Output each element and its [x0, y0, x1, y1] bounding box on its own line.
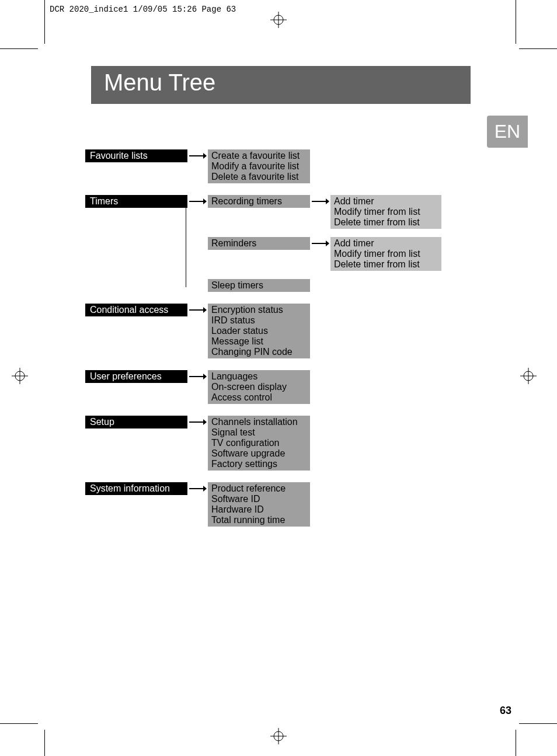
arrow-right-icon	[187, 195, 208, 205]
svg-marker-27	[203, 486, 207, 492]
menu-l2-box: Create a favourite list Modify a favouri…	[208, 149, 310, 183]
menu-section-favourite-lists: Favourite lists Create a favourite list …	[85, 149, 441, 183]
prepress-slug: DCR 2020_indice1 1/09/05 15:26 Page 63	[50, 5, 236, 14]
menu-item: Delete a favourite list	[211, 172, 310, 182]
menu-l1-label: User preferences	[85, 370, 187, 383]
language-tab: EN	[487, 116, 528, 148]
svg-marker-19	[326, 241, 329, 246]
crop-mark	[519, 48, 557, 49]
crop-mark	[516, 730, 516, 756]
crop-mark	[44, 0, 45, 44]
arrow-right-icon	[187, 482, 208, 493]
menu-item: Signal test	[211, 427, 310, 438]
menu-item: Changing PIN code	[211, 347, 310, 357]
menu-section-system-information: System information Product reference Sof…	[85, 482, 441, 527]
menu-l1-label: Timers	[85, 195, 187, 208]
menu-section-conditional-access: Conditional access Encryption status IRD…	[85, 304, 441, 358]
crop-mark	[516, 0, 516, 44]
arrow-right-icon	[187, 304, 208, 314]
menu-item: Delete timer from list	[334, 259, 441, 270]
menu-l2-box: Languages On-screen display Access contr…	[208, 370, 310, 404]
menu-item: Total running time	[211, 515, 310, 525]
menu-item: Modify timer from list	[334, 207, 441, 217]
page-number: 63	[500, 705, 511, 717]
registration-mark-icon	[12, 368, 28, 384]
svg-marker-13	[203, 153, 207, 159]
menu-item: Software ID	[211, 494, 310, 504]
menu-l1-label: Setup	[85, 416, 187, 428]
menu-item: Channels installation	[211, 417, 310, 427]
svg-marker-21	[203, 307, 207, 313]
menu-item: IRD status	[211, 315, 310, 326]
registration-mark-icon	[270, 12, 287, 28]
crop-mark	[519, 723, 557, 724]
menu-item: Create a favourite list	[211, 151, 310, 161]
menu-section-timers: Timers Recording timers Add timer Modi	[85, 195, 441, 292]
crop-mark	[0, 48, 38, 49]
menu-item: Modify a favourite list	[211, 161, 310, 172]
arrow-right-icon	[187, 416, 208, 426]
menu-l2-label: Reminders	[208, 237, 310, 250]
connector-line	[186, 195, 186, 287]
menu-item: Hardware ID	[211, 504, 310, 515]
crop-mark	[44, 730, 45, 756]
menu-tree: Favourite lists Create a favourite list …	[85, 149, 441, 538]
menu-l1-label: Conditional access	[85, 304, 187, 316]
menu-item: Access control	[211, 392, 310, 403]
menu-item: Add timer	[334, 238, 441, 249]
svg-marker-23	[203, 374, 207, 379]
menu-l2-box: Channels installation Signal test TV con…	[208, 416, 310, 471]
svg-marker-15	[203, 198, 207, 204]
menu-section-setup: Setup Channels installation Signal test …	[85, 416, 441, 471]
menu-l1-label: System information	[85, 482, 187, 495]
menu-item: TV configuration	[211, 438, 310, 448]
menu-l2-label: Sleep timers	[208, 279, 310, 292]
menu-l3-box: Add timer Modify timer from list Delete …	[330, 237, 441, 271]
menu-item: Loader status	[211, 326, 310, 336]
menu-item: Add timer	[334, 196, 441, 207]
menu-section-user-preferences: User preferences Languages On-screen dis…	[85, 370, 441, 404]
page: DCR 2020_indice1 1/09/05 15:26 Page 63 M…	[0, 0, 557, 756]
menu-item: Delete timer from list	[334, 217, 441, 228]
menu-l2-box: Product reference Software ID Hardware I…	[208, 482, 310, 527]
menu-item: Message list	[211, 336, 310, 347]
registration-mark-icon	[520, 368, 537, 384]
menu-item: Factory settings	[211, 459, 310, 469]
menu-item: Encryption status	[211, 305, 310, 315]
content-area: Menu Tree EN Favourite lists Create a fa…	[44, 48, 516, 724]
menu-l2-label: Recording timers	[208, 195, 310, 208]
arrow-right-icon	[310, 195, 330, 205]
menu-item: Product reference	[211, 483, 310, 494]
menu-l1-label: Favourite lists	[85, 149, 187, 162]
menu-item: Languages	[211, 371, 310, 382]
page-title: Menu Tree	[91, 66, 471, 104]
registration-mark-icon	[270, 728, 287, 744]
menu-item: On-screen display	[211, 382, 310, 392]
arrow-right-icon	[187, 370, 208, 381]
menu-l2-box: Encryption status IRD status Loader stat…	[208, 304, 310, 358]
crop-mark	[0, 723, 38, 724]
svg-marker-17	[326, 198, 329, 204]
arrow-right-icon	[310, 237, 330, 248]
menu-l3-box: Add timer Modify timer from list Delete …	[330, 195, 441, 229]
svg-marker-25	[203, 419, 207, 425]
arrow-right-icon	[187, 149, 208, 160]
menu-item: Modify timer from list	[334, 249, 441, 259]
menu-item: Software upgrade	[211, 448, 310, 459]
